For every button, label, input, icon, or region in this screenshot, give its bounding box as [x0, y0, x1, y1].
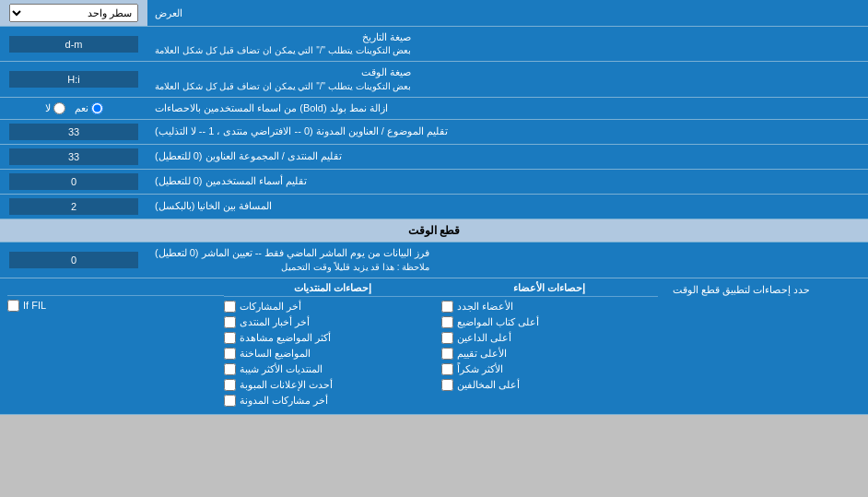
checkbox-col-extra: If FIL — [7, 282, 224, 410]
cutoff-section-header: قطع الوقت — [0, 219, 868, 243]
users-input-cell — [0, 170, 147, 194]
date-format-input[interactable] — [9, 36, 138, 53]
users-label: تقليم أسماء المستخدمين (0 للتعطيل) — [155, 174, 307, 188]
main-container: العرض سطر واحد صيغة التاريخ بعض التكوينا… — [0, 0, 868, 415]
display-select-cell: سطر واحد — [0, 0, 147, 26]
bold-row: ازالة نمط بولد (Bold) من اسماء المستخدمي… — [0, 98, 868, 120]
if-fil-text: If FIL — [23, 300, 46, 311]
forum-input-cell — [0, 145, 147, 169]
topics-row: تقليم الموضوع / العناوين المدونة (0 -- ا… — [0, 120, 868, 145]
bold-yes-text: نعم — [75, 102, 88, 114]
col-extra-header — [7, 282, 224, 296]
cutoff-input[interactable] — [9, 252, 138, 268]
topics-label-cell: تقليم الموضوع / العناوين المدونة (0 -- ا… — [147, 120, 868, 144]
forum-label: تقليم المنتدى / المجموعة العناوين (0 للت… — [155, 149, 342, 163]
checkbox-if-fil[interactable] — [7, 300, 19, 312]
time-format-label: صيغة الوقت — [155, 65, 411, 79]
gap-label-cell: المسافة بين الخانيا (بالبكسل) — [147, 195, 868, 219]
checkbox-item-forum-news: أخر أخبار المنتدى — [224, 316, 440, 328]
checkbox-item-blog-posts: أخر مشاركات المدونة — [224, 395, 440, 407]
checkbox-last-posts[interactable] — [224, 301, 236, 313]
checkbox-top-rated[interactable] — [441, 348, 453, 360]
checkbox-item-most-similar: المنتديات الأكثر شيبة — [224, 363, 440, 375]
checkbox-item-if-fil: If FIL — [7, 300, 224, 312]
cutoff-row: فرز البيانات من يوم الماشر الماضي فقط --… — [0, 243, 868, 278]
checkbox-top-writers[interactable] — [441, 316, 453, 328]
bold-yes-label[interactable]: نعم — [75, 102, 103, 114]
cutoff-note: ملاحظة : هذا قد يزيد قليلاً وقت التحميل — [155, 261, 429, 274]
time-format-label-cell: صيغة الوقت بعض التكوينات يتطلب "/" التي … — [147, 62, 868, 96]
col-members-header: إحصاءات الأعضاء — [441, 282, 658, 297]
date-format-row: صيغة التاريخ بعض التكوينات يتطلب "/" الت… — [0, 27, 868, 62]
bold-label-cell: ازالة نمط بولد (Bold) من اسماء المستخدمي… — [147, 98, 868, 119]
checkbox-most-thanks[interactable] — [441, 363, 453, 375]
date-format-label-cell: صيغة التاريخ بعض التكوينات يتطلب "/" الت… — [147, 27, 868, 61]
cutoff-input-cell — [0, 243, 147, 277]
limit-section: حدد إحصاءات لتطبيق قطع الوقت إحصاءات الأ… — [0, 278, 868, 415]
checkbox-most-similar[interactable] — [224, 363, 236, 375]
time-format-row: صيغة الوقت بعض التكوينات يتطلب "/" التي … — [0, 62, 868, 97]
checkbox-item-hot-topics: المواضيع الساخنة — [224, 348, 440, 360]
display-select[interactable]: سطر واحد — [9, 4, 138, 22]
time-format-input-cell — [0, 62, 147, 96]
limit-label: حدد إحصاءات لتطبيق قطع الوقت — [673, 284, 810, 296]
checkbox-new-members[interactable] — [441, 301, 453, 313]
date-format-hint: بعض التكوينات يتطلب "/" التي يمكن ان تضا… — [155, 44, 411, 57]
time-format-hint: بعض التكوينات يتطلب "/" التي يمكن ان تضا… — [155, 80, 411, 93]
gap-input[interactable] — [9, 198, 138, 215]
checkboxes-area: إحصاءات الأعضاء الأعضاء الجدد أعلى كتاب … — [0, 278, 665, 414]
users-row: تقليم أسماء المستخدمين (0 للتعطيل) — [0, 170, 868, 195]
bold-no-text: لا — [45, 102, 51, 114]
gap-input-cell — [0, 195, 147, 219]
forum-input[interactable] — [9, 148, 138, 165]
display-row: العرض سطر واحد — [0, 0, 868, 27]
checkbox-item-most-thanks: الأكثر شكراً — [441, 363, 658, 375]
checkbox-col-members: إحصاءات الأعضاء الأعضاء الجدد أعلى كتاب … — [441, 282, 658, 410]
checkbox-hot-topics[interactable] — [224, 348, 236, 360]
checkbox-col-forums: إحصاءات المنتديات أخر المشاركات أخر أخبا… — [224, 282, 440, 410]
forum-row: تقليم المنتدى / المجموعة العناوين (0 للت… — [0, 145, 868, 170]
checkbox-item-top-violations: أعلى المخالفين — [441, 379, 658, 391]
time-format-input[interactable] — [9, 71, 138, 88]
users-label-cell: تقليم أسماء المستخدمين (0 للتعطيل) — [147, 170, 868, 194]
gap-label: المسافة بين الخانيا (بالبكسل) — [155, 199, 273, 213]
topics-input[interactable] — [9, 124, 138, 140]
checkbox-item-classified-ads: أحدث الإعلانات المبوبة — [224, 379, 440, 391]
checkbox-item-most-viewed: أكثر المواضيع مشاهدة — [224, 332, 440, 344]
date-format-label: صيغة التاريخ — [155, 30, 411, 44]
checkbox-item-top-rated: الأعلى تقييم — [441, 348, 658, 360]
checkbox-top-violations[interactable] — [441, 379, 453, 391]
bold-label: ازالة نمط بولد (Bold) من اسماء المستخدمي… — [155, 101, 388, 115]
bold-yes-radio[interactable] — [91, 102, 103, 114]
bold-no-radio[interactable] — [53, 102, 65, 114]
checkbox-item-top-inviters: أعلى الداعين — [441, 332, 658, 344]
checkbox-item-top-writers: أعلى كتاب المواضيع — [441, 316, 658, 328]
checkbox-forum-news[interactable] — [224, 316, 236, 328]
checkbox-classified-ads[interactable] — [224, 379, 236, 391]
checkbox-most-viewed[interactable] — [224, 332, 236, 344]
bold-radio-cell: نعم لا — [0, 98, 147, 119]
limit-label-cell: حدد إحصاءات لتطبيق قطع الوقت — [665, 278, 868, 414]
bold-no-label[interactable]: لا — [45, 102, 65, 114]
col-forums-header: إحصاءات المنتديات — [224, 282, 440, 297]
forum-label-cell: تقليم المنتدى / المجموعة العناوين (0 للت… — [147, 145, 868, 169]
display-label: العرض — [147, 0, 868, 26]
topics-label: تقليم الموضوع / العناوين المدونة (0 -- ا… — [155, 124, 448, 138]
cutoff-section-title: قطع الوقت — [408, 224, 460, 237]
cutoff-label-cell: فرز البيانات من يوم الماشر الماضي فقط --… — [147, 243, 868, 277]
cutoff-label: فرز البيانات من يوم الماشر الماضي فقط --… — [155, 246, 429, 260]
checkbox-item-new-members: الأعضاء الجدد — [441, 301, 658, 313]
topics-input-cell — [0, 120, 147, 144]
date-format-input-cell — [0, 27, 147, 61]
users-input[interactable] — [9, 173, 138, 190]
checkbox-item-last-posts: أخر المشاركات — [224, 301, 440, 313]
checkbox-top-inviters[interactable] — [441, 332, 453, 344]
checkbox-blog-posts[interactable] — [224, 395, 236, 407]
gap-row: المسافة بين الخانيا (بالبكسل) — [0, 195, 868, 219]
